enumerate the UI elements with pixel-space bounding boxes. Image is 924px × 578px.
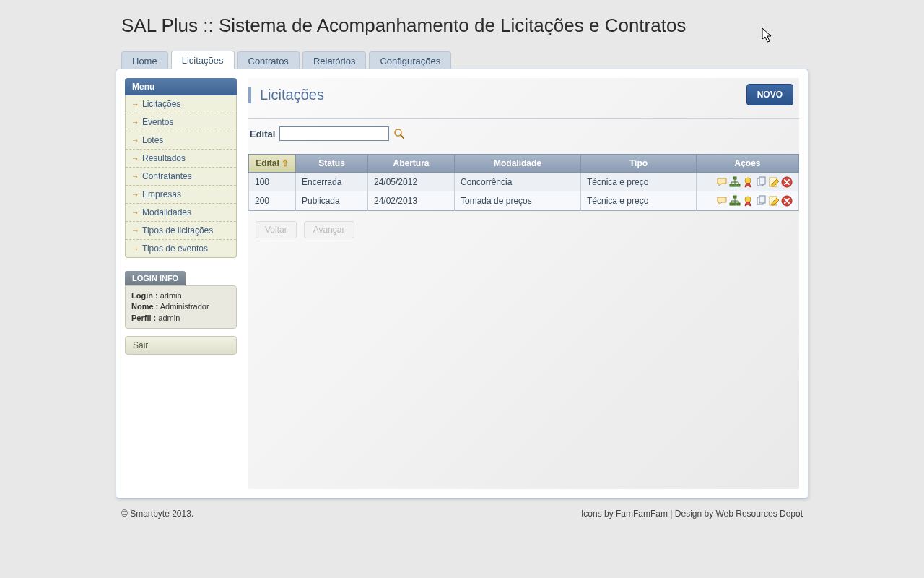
pager-next-button[interactable]: Avançar xyxy=(304,221,354,238)
award-icon[interactable] xyxy=(742,195,754,207)
cell-actions xyxy=(697,173,799,192)
sidebar-item-label: Lotes xyxy=(142,135,163,145)
col-modalidade[interactable]: Modalidade xyxy=(455,155,581,173)
svg-line-1 xyxy=(401,135,404,138)
tree-icon[interactable] xyxy=(729,176,741,188)
tab-home[interactable]: Home xyxy=(121,51,168,69)
login-label: Login : xyxy=(131,291,158,300)
sidebar-item-modalidades[interactable]: →Modalidades xyxy=(126,204,236,222)
sidebar-item-licitacoes[interactable]: →Licitações xyxy=(126,95,236,113)
col-edital[interactable]: Edital⇧ xyxy=(249,155,296,173)
sidebar-item-label: Licitações xyxy=(142,99,180,109)
nome-label: Nome : xyxy=(131,302,158,311)
clone-icon[interactable] xyxy=(755,195,767,207)
cell-edital: 200 xyxy=(249,191,296,211)
tab-relatorios[interactable]: Relatórios xyxy=(302,51,367,69)
svg-rect-11 xyxy=(733,196,736,198)
col-status[interactable]: Status xyxy=(296,155,368,173)
sidebar-menu: →Licitações→Eventos→Lotes→Resultados→Con… xyxy=(125,95,237,258)
cell-edital: 100 xyxy=(249,173,296,192)
svg-rect-5 xyxy=(737,184,740,186)
cell-status: Encerrada xyxy=(296,173,368,192)
comment-icon[interactable] xyxy=(716,195,728,207)
sidebar-header: Menu xyxy=(125,78,237,95)
svg-rect-13 xyxy=(733,203,736,205)
perfil-label: Perfil : xyxy=(131,314,156,322)
sidebar-item-eventos[interactable]: →Eventos xyxy=(126,113,236,131)
sort-asc-icon: ⇧ xyxy=(282,158,289,168)
svg-point-6 xyxy=(745,178,751,184)
footer-right: Icons by FamFamFam | Design by Web Resou… xyxy=(581,509,803,519)
sidebar-item-lotes[interactable]: →Lotes xyxy=(126,131,236,150)
arrow-right-icon: → xyxy=(131,244,139,253)
svg-point-15 xyxy=(745,197,751,202)
cell-modalidade: Tomada de preços xyxy=(455,191,581,211)
clone-icon[interactable] xyxy=(755,176,767,188)
col-tipo[interactable]: Tipo xyxy=(581,155,697,173)
edit-icon[interactable] xyxy=(768,176,780,188)
sidebar: Menu →Licitações→Eventos→Lotes→Resultado… xyxy=(125,78,237,489)
edit-icon[interactable] xyxy=(768,195,780,207)
login-value: admin xyxy=(160,291,182,300)
cell-abertura: 24/05/2012 xyxy=(368,173,455,192)
arrow-right-icon: → xyxy=(131,208,139,217)
search-input[interactable] xyxy=(279,126,389,141)
main-panel: Menu →Licitações→Eventos→Lotes→Resultado… xyxy=(116,69,808,499)
sidebar-item-label: Contratantes xyxy=(142,171,192,181)
nome-value: Administrador xyxy=(160,302,209,311)
delete-icon[interactable] xyxy=(781,195,793,207)
table-row: 100Encerrada24/05/2012ConcorrênciaTécnic… xyxy=(249,173,799,192)
svg-rect-12 xyxy=(730,203,733,205)
footer: © Smartbyte 2013. Icons by FamFamFam | D… xyxy=(116,509,808,519)
sidebar-item-contratantes[interactable]: →Contratantes xyxy=(126,168,236,186)
pager-prev-button[interactable]: Voltar xyxy=(256,221,297,238)
cell-abertura: 24/02/2013 xyxy=(368,191,455,211)
tab-configuracoes[interactable]: Configurações xyxy=(369,51,451,69)
comment-icon[interactable] xyxy=(716,176,728,188)
arrow-right-icon: → xyxy=(131,100,139,108)
table-row: 200Publicada24/02/2013Tomada de preçosTé… xyxy=(249,191,799,211)
tab-contratos[interactable]: Contratos xyxy=(237,51,300,69)
sidebar-item-empresas[interactable]: →Empresas xyxy=(126,186,236,204)
divider xyxy=(248,118,799,119)
cell-modalidade: Concorrência xyxy=(455,173,581,192)
login-info-body: Login : admin Nome : Administrador Perfi… xyxy=(125,285,237,329)
svg-rect-2 xyxy=(733,177,736,179)
cell-tipo: Técnica e preço xyxy=(581,191,697,211)
col-abertura[interactable]: Abertura xyxy=(368,155,455,173)
sidebar-item-tiposdelicitacoes[interactable]: →Tipos de licitações xyxy=(126,222,236,240)
cell-tipo: Técnica e preço xyxy=(581,173,697,192)
arrow-right-icon: → xyxy=(131,154,139,163)
sidebar-item-resultados[interactable]: →Resultados xyxy=(126,150,236,168)
arrow-right-icon: → xyxy=(131,190,139,199)
sidebar-item-label: Eventos xyxy=(142,117,173,127)
tab-bar: HomeLicitaçõesContratosRelatóriosConfigu… xyxy=(121,50,808,69)
award-icon[interactable] xyxy=(742,176,754,188)
search-label: Edital xyxy=(250,129,275,139)
arrow-right-icon: → xyxy=(131,172,139,181)
svg-rect-3 xyxy=(730,184,733,186)
login-info-header: LOGIN INFO xyxy=(125,271,186,285)
arrow-right-icon: → xyxy=(131,118,139,126)
sidebar-item-label: Tipos de eventos xyxy=(142,243,208,254)
tab-licitacoes[interactable]: Licitações xyxy=(171,51,235,69)
sidebar-item-label: Resultados xyxy=(142,153,186,163)
col-acoes[interactable]: Ações xyxy=(697,155,799,173)
new-button[interactable]: NOVO xyxy=(746,84,793,105)
footer-left: © Smartbyte 2013. xyxy=(121,509,193,519)
sidebar-item-tiposdeeventos[interactable]: →Tipos de eventos xyxy=(126,240,236,257)
arrow-right-icon: → xyxy=(131,136,139,144)
arrow-right-icon: → xyxy=(131,226,139,235)
logout-button[interactable]: Sair xyxy=(125,336,237,355)
login-info-box: LOGIN INFO Login : admin Nome : Administ… xyxy=(125,271,237,329)
delete-icon[interactable] xyxy=(781,176,793,188)
search-icon[interactable] xyxy=(393,128,405,139)
tree-icon[interactable] xyxy=(729,195,741,207)
cell-status: Publicada xyxy=(296,191,368,211)
svg-rect-8 xyxy=(759,177,765,184)
app-title: SAL Plus :: Sistema de Acompanhamento de… xyxy=(121,14,808,37)
search-row: Edital xyxy=(248,126,799,141)
sidebar-item-label: Tipos de licitações xyxy=(142,225,213,236)
cell-actions xyxy=(697,191,799,211)
pager: Voltar Avançar xyxy=(248,221,799,238)
